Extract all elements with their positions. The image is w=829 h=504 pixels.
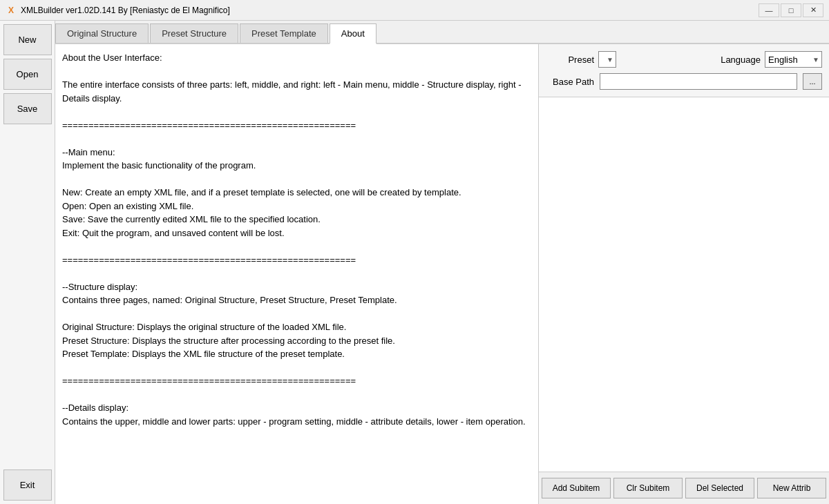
- tab-preset-structure[interactable]: Preset Structure: [150, 23, 238, 43]
- base-path-label: Base Path: [546, 77, 594, 87]
- base-path-input[interactable]: [600, 73, 797, 90]
- language-group: Language English Chinese Japanese ▼: [712, 51, 822, 68]
- about-text-panel[interactable]: About the User Interface: The entire int…: [55, 44, 539, 504]
- preset-select-wrapper: ▼: [598, 51, 616, 68]
- app-icon: X: [6, 5, 17, 16]
- clr-subitem-button[interactable]: Clr Subitem: [613, 478, 683, 498]
- right-panel-bottom: Add Subitem Clr Subitem Del Selected New…: [539, 472, 829, 504]
- right-panel: Preset ▼ Language: [539, 44, 829, 504]
- exit-button[interactable]: Exit: [3, 469, 52, 501]
- tab-original-structure[interactable]: Original Structure: [55, 23, 149, 43]
- sidebar: New Open Save Exit: [0, 21, 55, 504]
- about-content: About the User Interface: The entire int…: [62, 51, 531, 428]
- new-button[interactable]: New: [3, 24, 52, 55]
- preset-select[interactable]: [598, 51, 616, 68]
- content-area: Original Structure Preset Structure Pres…: [55, 21, 829, 504]
- language-select[interactable]: English Chinese Japanese: [765, 51, 822, 68]
- main-layout: New Open Save Exit Original Structure Pr…: [0, 21, 829, 504]
- open-button[interactable]: Open: [3, 59, 52, 90]
- preset-language-row: Preset ▼ Language: [546, 51, 822, 68]
- base-path-row: Base Path ...: [546, 73, 822, 90]
- right-panel-main: [539, 97, 829, 472]
- tabs: Original Structure Preset Structure Pres…: [55, 21, 829, 44]
- new-attrib-button[interactable]: New Attrib: [757, 478, 826, 498]
- title-bar: X XMLBuilder ver1.02D.141 By [Reniastyc …: [0, 0, 829, 21]
- close-button[interactable]: ✕: [803, 3, 823, 17]
- add-subitem-button[interactable]: Add Subitem: [542, 478, 611, 498]
- preset-label: Preset: [546, 55, 594, 65]
- language-select-wrapper: English Chinese Japanese ▼: [765, 51, 822, 68]
- browse-button[interactable]: ...: [803, 73, 822, 90]
- maximize-button[interactable]: □: [781, 3, 801, 17]
- language-label: Language: [712, 55, 761, 65]
- tab-about[interactable]: About: [330, 23, 377, 44]
- tab-preset-template[interactable]: Preset Template: [240, 23, 328, 43]
- minimize-button[interactable]: —: [759, 3, 779, 17]
- title-bar-text: XMLBuilder ver1.02D.141 By [Reniastyc de…: [21, 6, 759, 15]
- tab-content: About the User Interface: The entire int…: [55, 44, 829, 504]
- title-bar-controls: — □ ✕: [759, 3, 823, 17]
- right-panel-top: Preset ▼ Language: [539, 44, 829, 97]
- preset-group: Preset ▼: [546, 51, 616, 68]
- save-button[interactable]: Save: [3, 93, 52, 124]
- del-selected-button[interactable]: Del Selected: [685, 478, 754, 498]
